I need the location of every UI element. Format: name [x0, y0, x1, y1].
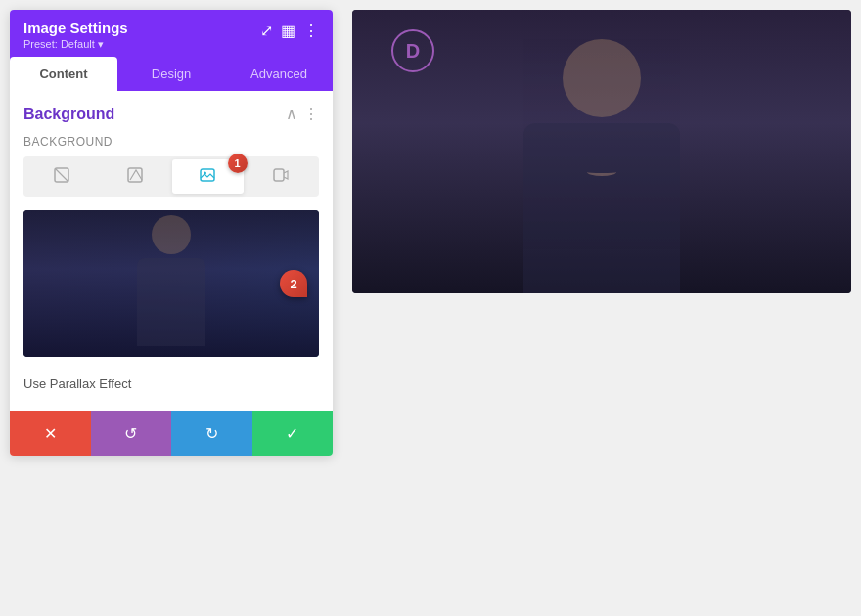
bg-type-solid[interactable]	[100, 159, 171, 194]
canvas-area: D	[352, 10, 851, 293]
section-controls: ∧ ⋮	[286, 105, 319, 123]
panel-body: Background ∧ ⋮ Background	[10, 91, 333, 411]
section-title: Background	[23, 106, 114, 123]
save-button[interactable]: ✓	[252, 411, 334, 456]
bg-type-image[interactable]: 1	[172, 159, 244, 194]
tab-advanced[interactable]: Advanced	[225, 57, 333, 91]
bg-preview-img	[23, 210, 319, 357]
tab-content[interactable]: Content	[10, 57, 117, 91]
svg-rect-3	[201, 169, 214, 181]
svg-rect-5	[274, 169, 284, 181]
bg-type-none[interactable]	[26, 159, 98, 194]
bg-preview: 2	[23, 210, 319, 357]
left-panel: Image Settings Preset: Default ▾ ⤢ ▦ ⋮ C…	[10, 10, 333, 456]
background-field-label: Background	[23, 135, 319, 149]
canvas-person-head	[563, 39, 641, 117]
more-icon[interactable]: ⋮	[303, 22, 319, 40]
canvas-person-body	[523, 123, 680, 293]
section-header: Background ∧ ⋮	[23, 105, 319, 123]
person-silhouette	[127, 215, 215, 352]
cancel-button[interactable]: ✕	[10, 411, 91, 456]
person-body	[137, 258, 205, 346]
reset-button[interactable]: ↺	[91, 411, 172, 456]
step-2-badge: 2	[280, 270, 307, 297]
panel-footer: ✕ ↺ ↻ ✓	[10, 411, 333, 456]
panel-preset[interactable]: Preset: Default ▾	[23, 38, 128, 51]
person-head	[152, 215, 191, 254]
bg-type-video[interactable]	[246, 159, 317, 194]
canvas-person-smile	[587, 168, 616, 176]
divi-logo: D	[391, 29, 434, 72]
section-more-icon[interactable]: ⋮	[303, 105, 319, 123]
canvas-person	[514, 39, 690, 293]
bg-type-row: 1	[23, 156, 319, 197]
use-parallax-label: Use Parallax Effect	[23, 371, 319, 397]
svg-line-1	[56, 169, 68, 181]
step-1-badge: 1	[228, 154, 248, 173]
layout-icon[interactable]: ▦	[281, 22, 295, 40]
expand-icon[interactable]: ⤢	[260, 22, 273, 40]
collapse-icon[interactable]: ∧	[286, 105, 297, 123]
panel-header-left: Image Settings Preset: Default ▾	[23, 20, 128, 51]
panel-header: Image Settings Preset: Default ▾ ⤢ ▦ ⋮	[10, 10, 333, 57]
canvas-bg: D	[352, 10, 851, 293]
redo-button[interactable]: ↻	[171, 411, 252, 456]
panel-tabs: Content Design Advanced	[10, 57, 333, 91]
panel-header-icons: ⤢ ▦ ⋮	[260, 22, 319, 40]
tab-design[interactable]: Design	[117, 57, 225, 91]
panel-title: Image Settings	[23, 20, 128, 36]
